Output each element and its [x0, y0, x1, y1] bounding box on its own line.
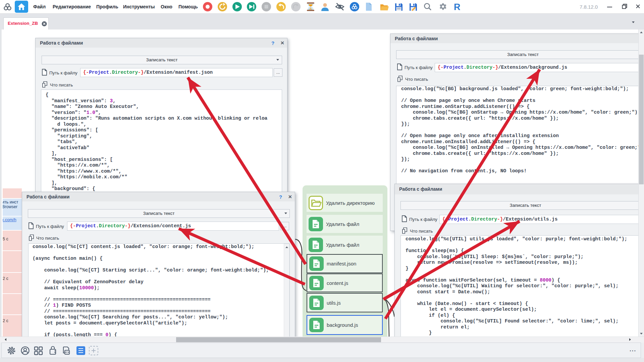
- svg-text:R: R: [454, 2, 461, 11]
